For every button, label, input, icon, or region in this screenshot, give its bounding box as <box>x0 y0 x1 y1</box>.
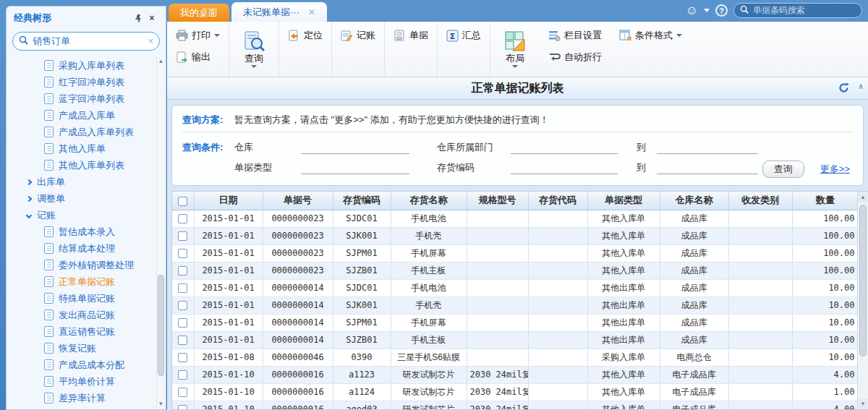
refresh-icon[interactable] <box>838 82 849 95</box>
sidebar-search-input[interactable]: 销售订单 × <box>12 32 160 51</box>
tree-item[interactable]: 平均单价计算 <box>7 373 157 390</box>
row-checkbox[interactable] <box>178 353 187 362</box>
tab-my-desktop[interactable]: 我的桌面 <box>169 4 229 22</box>
table-row[interactable]: 2015-01-010000000014SJDC01手机电池其他出库单成品库10… <box>172 279 859 296</box>
table-row[interactable]: 2015-01-010000000023SJPM01手机屏幕其他入库单成品库10… <box>172 244 859 262</box>
tree-item[interactable]: 记账 <box>7 207 157 223</box>
tree-item[interactable]: 调整单 <box>7 190 157 207</box>
locate-button[interactable]: 定位 <box>285 25 326 46</box>
column-header[interactable]: 存货代码 <box>528 192 587 210</box>
post-button[interactable]: 记账 <box>338 25 378 46</box>
tree-item[interactable]: 委外核销调整处理 <box>7 257 157 273</box>
summary-button[interactable]: Σ 汇总 <box>443 25 484 46</box>
row-checkbox[interactable] <box>178 231 187 241</box>
sidebar-close-icon[interactable]: × <box>145 12 158 25</box>
row-checkbox[interactable] <box>178 283 187 293</box>
scroll-up-icon[interactable]: ▲ <box>157 57 165 66</box>
tree-scrollbar[interactable]: ▲ ▼ <box>156 57 165 409</box>
tree-item[interactable]: 产成品成本分配 <box>7 356 157 373</box>
row-checkbox[interactable] <box>178 249 187 258</box>
user-smiley-icon[interactable]: ☺ <box>686 4 698 17</box>
tree-item[interactable]: 采购入库单列表 <box>7 57 157 74</box>
chevron-down-icon[interactable] <box>26 212 32 218</box>
conditional-format-button[interactable]: IT 条件格式 <box>616 25 685 46</box>
tree-item[interactable]: 期末处理 <box>7 406 157 409</box>
warehouse-dept-input[interactable] <box>511 142 618 154</box>
table-row[interactable]: 2015-01-010000000014SJPM01手机屏幕其他出库单成品库10… <box>172 314 859 331</box>
column-header[interactable]: 单据类型 <box>587 192 660 210</box>
more-link[interactable]: 更多>> <box>820 163 850 176</box>
column-header[interactable]: 单据号 <box>263 192 333 210</box>
tree-item[interactable]: 发出商品记账 <box>7 307 157 323</box>
table-scrollbar[interactable]: ▲ ▼ <box>857 192 868 409</box>
doctype-input[interactable] <box>301 163 409 174</box>
tree-item[interactable]: 结算成本处理 <box>7 240 157 257</box>
chevron-right-icon[interactable] <box>26 179 32 184</box>
row-checkbox[interactable] <box>178 301 187 310</box>
tree-item[interactable]: 其他入库单 <box>7 140 157 157</box>
scroll-down-icon[interactable]: ▼ <box>858 398 868 409</box>
column-header[interactable]: 规格型号 <box>467 192 528 210</box>
column-settings-button[interactable]: 栏目设置 <box>545 25 605 46</box>
table-row[interactable]: 2015-01-0800000000460390三星手机S6贴膜采购入库单电商总… <box>172 349 859 366</box>
tab-unposted-documents[interactable]: 未记账单据··· ✕ <box>231 2 327 22</box>
tree-item[interactable]: 产成品入库单 <box>7 107 157 124</box>
tree-item[interactable]: 出库单 <box>7 174 157 190</box>
warehouse-input[interactable] <box>301 142 409 154</box>
tree-item[interactable]: 暂估成本录入 <box>7 223 157 240</box>
invcode-to-input[interactable] <box>657 163 758 174</box>
tree-item[interactable]: 特殊单据记账 <box>7 290 157 307</box>
row-checkbox[interactable] <box>178 388 187 397</box>
tree-item[interactable]: 红字回冲单列表 <box>7 74 157 90</box>
tree-item[interactable]: 正常单据记账 <box>7 273 157 290</box>
scroll-thumb[interactable] <box>859 205 867 356</box>
table-row[interactable]: 2015-01-010000000014SJZB01手机主板其他出库单成品库10… <box>172 331 859 349</box>
query-caret-icon[interactable] <box>251 65 257 68</box>
table-row[interactable]: 2015-01-010000000023SJK001手机壳其他入库单成品库100… <box>172 227 859 244</box>
barcode-search-input[interactable]: 单据条码搜索 <box>733 3 862 18</box>
chevron-right-icon[interactable] <box>26 195 32 201</box>
scroll-up-icon[interactable]: ▲ <box>858 192 868 202</box>
layout-caret-icon[interactable] <box>512 65 518 68</box>
tree-item[interactable]: 恢复记账 <box>7 340 157 356</box>
tree-item[interactable]: 蓝字回冲单列表 <box>7 90 157 107</box>
table-row[interactable]: 2015-01-010000000023SJDC01手机电池其他入库单成品库10… <box>172 210 859 227</box>
auto-wrap-button[interactable]: 自动折行 <box>545 46 605 68</box>
scroll-down-icon[interactable]: ▼ <box>157 400 165 409</box>
row-checkbox[interactable] <box>178 266 187 276</box>
table-row[interactable]: 2015-01-100000000016a1123研发试制芯片2030 24mi… <box>172 366 859 383</box>
layout-button[interactable]: 布局 <box>496 25 534 74</box>
column-header[interactable]: 数量 <box>792 192 859 210</box>
tree-item[interactable]: 差异率计算 <box>7 390 157 406</box>
scroll-thumb[interactable] <box>158 275 164 376</box>
search-query-button[interactable]: 查询 <box>762 161 804 178</box>
tree-item[interactable]: 产成品入库单列表 <box>7 124 157 140</box>
help-icon[interactable]: ? <box>715 4 728 17</box>
search-clear-icon[interactable]: × <box>148 36 153 46</box>
column-header[interactable]: 收发类别 <box>728 192 792 210</box>
select-all-checkbox[interactable] <box>178 197 187 206</box>
print-button[interactable]: 打印 <box>173 25 223 46</box>
column-header[interactable]: 存货编码 <box>333 192 391 210</box>
row-checkbox[interactable] <box>178 318 187 328</box>
user-menu-caret-icon[interactable] <box>704 9 710 12</box>
tree-item[interactable]: 直运销售记账 <box>7 323 157 340</box>
column-header[interactable]: 日期 <box>194 192 263 210</box>
row-checkbox[interactable] <box>178 214 187 223</box>
row-checkbox[interactable] <box>178 405 187 410</box>
query-button[interactable]: 查询 <box>235 25 273 74</box>
tree-item[interactable]: 其他入库单列表 <box>7 157 157 174</box>
invcode-input[interactable] <box>511 163 618 174</box>
tab-close-icon[interactable]: ✕ <box>308 7 315 17</box>
row-checkbox[interactable] <box>178 370 187 380</box>
column-header[interactable]: 仓库名称 <box>660 192 728 210</box>
print-caret-icon[interactable] <box>214 34 220 37</box>
conditional-format-caret-icon[interactable] <box>676 34 682 37</box>
warehouse-dept-to-input[interactable] <box>657 142 758 154</box>
table-row[interactable]: 2015-01-100000000016a1124研发试制芯片2030 24mi… <box>172 383 859 401</box>
column-header[interactable]: 存货名称 <box>391 192 467 210</box>
table-row[interactable]: 2015-01-010000000014SJK001手机壳其他出库单成品库10.… <box>172 296 859 314</box>
pin-icon[interactable] <box>132 12 145 25</box>
table-row[interactable]: 2015-01-100000000016aqed03研发试制芯片2030 24m… <box>172 401 859 410</box>
document-button[interactable]: 单据 <box>391 25 431 46</box>
